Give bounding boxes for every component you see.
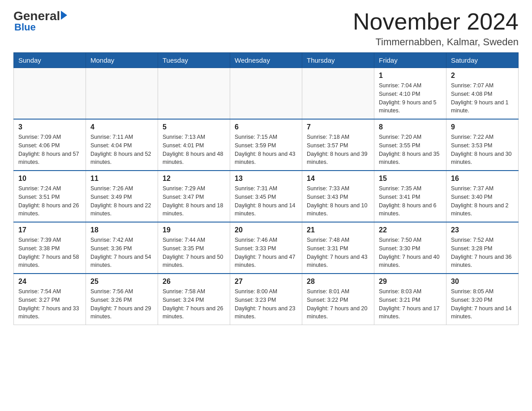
table-row: 14Sunrise: 7:33 AMSunset: 3:43 PMDayligh… bbox=[302, 171, 374, 222]
table-row: 26Sunrise: 7:58 AMSunset: 3:24 PMDayligh… bbox=[158, 274, 230, 325]
table-row: 4Sunrise: 7:11 AMSunset: 4:04 PMDaylight… bbox=[86, 119, 158, 171]
day-info: Sunrise: 7:15 AMSunset: 3:59 PMDaylight:… bbox=[235, 133, 297, 167]
calendar-week-row: 10Sunrise: 7:24 AMSunset: 3:51 PMDayligh… bbox=[14, 171, 519, 222]
day-info: Sunrise: 7:07 AMSunset: 4:08 PMDaylight:… bbox=[451, 81, 514, 115]
table-row: 3Sunrise: 7:09 AMSunset: 4:06 PMDaylight… bbox=[14, 119, 86, 171]
day-number: 18 bbox=[90, 226, 153, 234]
day-number: 29 bbox=[379, 278, 442, 286]
table-row bbox=[302, 68, 374, 120]
day-number: 28 bbox=[307, 278, 369, 286]
day-number: 10 bbox=[18, 175, 81, 183]
day-info: Sunrise: 7:48 AMSunset: 3:31 PMDaylight:… bbox=[307, 236, 369, 270]
table-row: 16Sunrise: 7:37 AMSunset: 3:40 PMDayligh… bbox=[446, 171, 519, 222]
day-number: 21 bbox=[307, 226, 369, 234]
day-info: Sunrise: 8:01 AMSunset: 3:22 PMDaylight:… bbox=[307, 287, 369, 321]
day-info: Sunrise: 8:05 AMSunset: 3:20 PMDaylight:… bbox=[451, 287, 514, 321]
day-number: 9 bbox=[451, 123, 514, 131]
month-title: November 2024 bbox=[353, 9, 519, 34]
table-row: 11Sunrise: 7:26 AMSunset: 3:49 PMDayligh… bbox=[86, 171, 158, 222]
day-number: 24 bbox=[18, 278, 81, 286]
day-info: Sunrise: 7:09 AMSunset: 4:06 PMDaylight:… bbox=[18, 133, 81, 167]
table-row: 29Sunrise: 8:03 AMSunset: 3:21 PMDayligh… bbox=[374, 274, 446, 325]
day-number: 13 bbox=[235, 175, 297, 183]
day-info: Sunrise: 7:42 AMSunset: 3:36 PMDaylight:… bbox=[90, 236, 153, 270]
day-number: 14 bbox=[307, 175, 369, 183]
day-number: 23 bbox=[451, 226, 514, 234]
table-row bbox=[230, 68, 302, 120]
table-row: 21Sunrise: 7:48 AMSunset: 3:31 PMDayligh… bbox=[302, 222, 374, 274]
header-wednesday: Wednesday bbox=[230, 53, 302, 68]
day-info: Sunrise: 7:46 AMSunset: 3:33 PMDaylight:… bbox=[235, 236, 297, 270]
day-number: 1 bbox=[379, 72, 442, 80]
day-number: 16 bbox=[451, 175, 514, 183]
table-row: 27Sunrise: 8:00 AMSunset: 3:23 PMDayligh… bbox=[230, 274, 302, 325]
day-info: Sunrise: 7:54 AMSunset: 3:27 PMDaylight:… bbox=[18, 287, 81, 321]
table-row: 7Sunrise: 7:18 AMSunset: 3:57 PMDaylight… bbox=[302, 119, 374, 171]
table-row: 6Sunrise: 7:15 AMSunset: 3:59 PMDaylight… bbox=[230, 119, 302, 171]
table-row: 2Sunrise: 7:07 AMSunset: 4:08 PMDaylight… bbox=[446, 68, 519, 120]
logo: General Blue bbox=[13, 9, 67, 33]
day-number: 2 bbox=[451, 72, 514, 80]
calendar-week-row: 24Sunrise: 7:54 AMSunset: 3:27 PMDayligh… bbox=[14, 274, 519, 325]
day-number: 4 bbox=[90, 123, 153, 131]
day-number: 17 bbox=[18, 226, 81, 234]
day-number: 5 bbox=[163, 123, 225, 131]
day-info: Sunrise: 8:03 AMSunset: 3:21 PMDaylight:… bbox=[379, 287, 442, 321]
title-section: November 2024 Timmernabben, Kalmar, Swed… bbox=[353, 9, 519, 48]
table-row: 22Sunrise: 7:50 AMSunset: 3:30 PMDayligh… bbox=[374, 222, 446, 274]
day-info: Sunrise: 7:20 AMSunset: 3:55 PMDaylight:… bbox=[379, 133, 442, 167]
day-info: Sunrise: 7:58 AMSunset: 3:24 PMDaylight:… bbox=[163, 287, 225, 321]
header-tuesday: Tuesday bbox=[158, 53, 230, 68]
day-number: 11 bbox=[90, 175, 153, 183]
day-number: 20 bbox=[235, 226, 297, 234]
table-row: 10Sunrise: 7:24 AMSunset: 3:51 PMDayligh… bbox=[14, 171, 86, 222]
day-number: 12 bbox=[163, 175, 225, 183]
day-info: Sunrise: 7:13 AMSunset: 4:01 PMDaylight:… bbox=[163, 133, 225, 167]
day-info: Sunrise: 7:11 AMSunset: 4:04 PMDaylight:… bbox=[90, 133, 153, 167]
calendar-week-row: 17Sunrise: 7:39 AMSunset: 3:38 PMDayligh… bbox=[14, 222, 519, 274]
logo-arrow-icon bbox=[61, 11, 67, 20]
calendar-week-row: 3Sunrise: 7:09 AMSunset: 4:06 PMDaylight… bbox=[14, 119, 519, 171]
table-row: 18Sunrise: 7:42 AMSunset: 3:36 PMDayligh… bbox=[86, 222, 158, 274]
day-number: 6 bbox=[235, 123, 297, 131]
table-row: 25Sunrise: 7:56 AMSunset: 3:26 PMDayligh… bbox=[86, 274, 158, 325]
day-number: 15 bbox=[379, 175, 442, 183]
day-info: Sunrise: 7:31 AMSunset: 3:45 PMDaylight:… bbox=[235, 184, 297, 218]
day-info: Sunrise: 7:22 AMSunset: 3:53 PMDaylight:… bbox=[451, 133, 514, 167]
table-row bbox=[86, 68, 158, 120]
day-info: Sunrise: 7:50 AMSunset: 3:30 PMDaylight:… bbox=[379, 236, 442, 270]
table-row: 28Sunrise: 8:01 AMSunset: 3:22 PMDayligh… bbox=[302, 274, 374, 325]
table-row bbox=[158, 68, 230, 120]
page-header: General Blue November 2024 Timmernabben,… bbox=[13, 9, 519, 48]
day-info: Sunrise: 7:44 AMSunset: 3:35 PMDaylight:… bbox=[163, 236, 225, 270]
table-row: 23Sunrise: 7:52 AMSunset: 3:28 PMDayligh… bbox=[446, 222, 519, 274]
day-info: Sunrise: 7:39 AMSunset: 3:38 PMDaylight:… bbox=[18, 236, 81, 270]
day-info: Sunrise: 7:35 AMSunset: 3:41 PMDaylight:… bbox=[379, 184, 442, 218]
calendar-week-row: 1Sunrise: 7:04 AMSunset: 4:10 PMDaylight… bbox=[14, 68, 519, 120]
day-number: 30 bbox=[451, 278, 514, 286]
day-number: 27 bbox=[235, 278, 297, 286]
day-number: 26 bbox=[163, 278, 225, 286]
day-info: Sunrise: 7:52 AMSunset: 3:28 PMDaylight:… bbox=[451, 236, 514, 270]
day-number: 19 bbox=[163, 226, 225, 234]
table-row: 24Sunrise: 7:54 AMSunset: 3:27 PMDayligh… bbox=[14, 274, 86, 325]
day-info: Sunrise: 7:29 AMSunset: 3:47 PMDaylight:… bbox=[163, 184, 225, 218]
day-number: 3 bbox=[18, 123, 81, 131]
day-info: Sunrise: 7:26 AMSunset: 3:49 PMDaylight:… bbox=[90, 184, 153, 218]
table-row: 19Sunrise: 7:44 AMSunset: 3:35 PMDayligh… bbox=[158, 222, 230, 274]
header-saturday: Saturday bbox=[446, 53, 519, 68]
calendar-header-row: Sunday Monday Tuesday Wednesday Thursday… bbox=[14, 53, 519, 68]
header-friday: Friday bbox=[374, 53, 446, 68]
table-row: 1Sunrise: 7:04 AMSunset: 4:10 PMDaylight… bbox=[374, 68, 446, 120]
header-monday: Monday bbox=[86, 53, 158, 68]
table-row: 9Sunrise: 7:22 AMSunset: 3:53 PMDaylight… bbox=[446, 119, 519, 171]
table-row: 13Sunrise: 7:31 AMSunset: 3:45 PMDayligh… bbox=[230, 171, 302, 222]
day-number: 7 bbox=[307, 123, 369, 131]
day-number: 22 bbox=[379, 226, 442, 234]
table-row: 12Sunrise: 7:29 AMSunset: 3:47 PMDayligh… bbox=[158, 171, 230, 222]
day-info: Sunrise: 7:37 AMSunset: 3:40 PMDaylight:… bbox=[451, 184, 514, 218]
header-sunday: Sunday bbox=[14, 53, 86, 68]
table-row: 8Sunrise: 7:20 AMSunset: 3:55 PMDaylight… bbox=[374, 119, 446, 171]
header-thursday: Thursday bbox=[302, 53, 374, 68]
day-info: Sunrise: 7:04 AMSunset: 4:10 PMDaylight:… bbox=[379, 81, 442, 115]
